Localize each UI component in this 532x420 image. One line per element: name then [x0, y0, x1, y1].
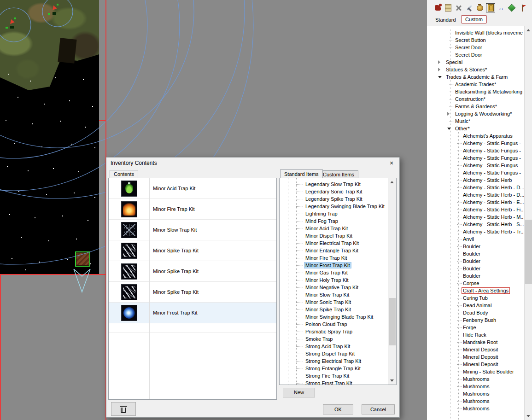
palette-item-row[interactable]: Minor Acid Trap Kit	[280, 225, 388, 232]
palette-tree-item[interactable]: Mandrake Root	[427, 338, 525, 346]
palette-tree-item[interactable]: Alchemy - Static Herb - D...	[427, 184, 525, 191]
palette-tree-item[interactable]: Alchemy - Static Herb	[427, 176, 525, 184]
tab-custom-items[interactable]: Custom Items	[319, 170, 358, 178]
close-button[interactable]: ×	[384, 158, 399, 169]
paint-start-location-button[interactable]	[518, 3, 527, 12]
paint-merchants-button[interactable]	[475, 3, 485, 12]
palette-item-row[interactable]: Minor Sonic Trap Kit	[280, 298, 388, 306]
palette-scrollbar[interactable]	[524, 26, 532, 420]
inventory-row[interactable]: Minor Frost Trap Kit	[109, 303, 276, 323]
palette-tree-item[interactable]: Trades & Academic & Farm	[427, 73, 525, 81]
palette-tree-item[interactable]: Alchemy - Static Fungus -	[427, 140, 525, 147]
palette-tree-item[interactable]: Hide Rack	[427, 331, 525, 338]
palette-item-row[interactable]: Minor Dispel Trap Kit	[280, 232, 388, 239]
delete-button[interactable]	[111, 402, 136, 416]
palette-tree-item[interactable]: Secret Door	[427, 44, 525, 51]
palette-item-row[interactable]: Legendary Swinging Blade Trap Kit	[280, 203, 388, 210]
dialog-titlebar[interactable]: Inventory Contents ×	[106, 158, 399, 169]
palette-item-row[interactable]: Mind Fog Trap	[280, 217, 388, 225]
palette-tree-item[interactable]: Other*	[427, 125, 525, 132]
placed-trap[interactable]	[75, 251, 90, 267]
palette-tree-item[interactable]: Mushrooms	[427, 390, 525, 397]
tab-standard-items[interactable]: Standard Items	[280, 169, 323, 178]
palette-tree-item[interactable]: Mushrooms	[427, 375, 525, 383]
palette-item-row[interactable]: Minor Swinging Blade Trap Kit	[280, 313, 388, 321]
palette-tree-item[interactable]: Mineral Deposit	[427, 346, 525, 353]
palette-item-row[interactable]: Strong Fire Trap Kit	[280, 372, 388, 379]
new-button[interactable]: New	[283, 388, 315, 397]
scrollbar-down-button[interactable]	[388, 377, 396, 385]
palette-tree-item[interactable]: Statues & Stones*	[427, 66, 525, 73]
palette-tree-item[interactable]: Secret Button	[427, 36, 525, 44]
palette-item-row[interactable]: Strong Electrical Trap Kit	[280, 357, 388, 365]
paint-creatures-button[interactable]	[433, 3, 442, 12]
palette-tree-item[interactable]: Mining - Static Boulder	[427, 368, 525, 375]
paint-placeables-button[interactable]	[486, 3, 495, 12]
palette-tree-item[interactable]: Dead Body	[427, 309, 525, 316]
chevron-down-icon[interactable]	[438, 76, 442, 78]
palette-tree-item[interactable]: Fenberry Bush	[427, 316, 525, 324]
palette-tree-item[interactable]: Farms & Gardens*	[427, 103, 525, 110]
palette-tab-custom[interactable]: Custom	[461, 15, 487, 23]
inventory-row[interactable]: Minor Slow Trap Kit	[109, 220, 276, 240]
palette-tree-item[interactable]: Dead Animal	[427, 302, 525, 309]
palette-tree-item[interactable]: Alchemy - Static Fungus -	[427, 169, 525, 176]
tab-contents[interactable]: Contents	[110, 170, 138, 178]
palette-tree-item[interactable]: Construction*	[427, 95, 525, 103]
palette-tree-item[interactable]: Academic Trades*	[427, 81, 525, 88]
inventory-row[interactable]: Minor Acid Trap Kit	[109, 178, 276, 199]
paint-sounds-button[interactable]: ↔	[497, 3, 506, 12]
chevron-right-icon[interactable]	[438, 60, 440, 64]
palette-item-row[interactable]: Strong Entangle Trap Kit	[280, 365, 388, 372]
chevron-right-icon[interactable]	[447, 112, 450, 116]
palette-item-row[interactable]: Lightning Trap	[280, 210, 388, 217]
palette-tree-item[interactable]: Alchemy - Static Herb - M...	[427, 213, 525, 221]
palette-item-row[interactable]: Minor Spike Trap Kit	[280, 306, 388, 313]
palette-tree-item[interactable]: Alchemy - Static Fungus -	[427, 154, 525, 162]
palette-tab-standard[interactable]: Standard	[433, 17, 458, 23]
palette-tree-item[interactable]: Blacksmithing & Metalworking	[427, 88, 525, 95]
item-palette-scrollbar[interactable]	[388, 178, 396, 385]
palette-tree-item[interactable]: Corpse	[427, 280, 525, 287]
palette-item-row[interactable]: Legendary Spike Trap Kit	[280, 195, 388, 203]
chevron-right-icon[interactable]	[438, 68, 440, 71]
palette-tree-item[interactable]: Alchemy - Static Herb - S...	[427, 221, 525, 228]
palette-tree-item[interactable]: Mineral Deposit	[427, 353, 525, 361]
palette-tree-item[interactable]: Mineral Deposit	[427, 361, 525, 368]
palette-item-row[interactable]: Strong Frost Trap Kit	[280, 379, 388, 385]
inventory-row[interactable]: Minor Fire Trap Kit	[109, 199, 276, 220]
palette-tree-item[interactable]: Invisible Wall (blocks moveme	[427, 29, 525, 36]
palette-item-row[interactable]: Strong Acid Trap Kit	[280, 343, 388, 350]
palette-tree-item[interactable]: Curing Tub	[427, 294, 525, 302]
palette-item-row[interactable]: Strong Dispel Trap Kit	[280, 350, 388, 357]
palette-tree-item[interactable]: Alchemy - Static Fungus -	[427, 147, 525, 154]
palette-tree-item[interactable]: Mushrooms	[427, 405, 525, 412]
palette-tree-item[interactable]: Alchemist's Apparatus	[427, 132, 525, 140]
palette-item-row[interactable]: Poison Cloud Trap	[280, 321, 388, 328]
palette-tree-item[interactable]: Alchemy - Static Herb - D...	[427, 191, 525, 198]
creature-marker[interactable]	[6, 17, 18, 29]
palette-item-row[interactable]: Prismatic Spray Trap	[280, 328, 388, 335]
scrollbar-up-button[interactable]	[525, 26, 532, 34]
palette-tree-item[interactable]: Forge	[427, 324, 525, 331]
palette-item-row[interactable]: Minor Negative Trap Kit	[280, 284, 388, 291]
palette-item-row[interactable]: Smoke Trap	[280, 335, 388, 343]
palette-item-row[interactable]: Minor Slow Trap Kit	[280, 291, 388, 298]
palette-tree-item[interactable]: Boulder	[427, 272, 525, 280]
cancel-button[interactable]: Cancel	[362, 404, 395, 414]
palette-item-row[interactable]: Minor Entangle Trap Kit	[280, 247, 388, 254]
paint-items-button[interactable]	[444, 3, 453, 12]
palette-item-row[interactable]: Minor Gas Trap Kit	[280, 269, 388, 276]
ok-button[interactable]: OK	[323, 404, 353, 414]
palette-tree-item[interactable]: Secret Door	[427, 51, 525, 58]
palette-item-row[interactable]: Minor Electrical Trap Kit	[280, 239, 388, 247]
inventory-row[interactable]: Minor Spike Trap Kit	[109, 282, 276, 303]
paint-triggers-button[interactable]	[454, 3, 463, 12]
scrollbar-up-button[interactable]	[388, 178, 396, 186]
palette-item-row[interactable]: Legendary Slow Trap Kit	[280, 181, 388, 188]
inventory-row[interactable]: Minor Spike Trap Kit	[109, 240, 276, 261]
palette-tree-item[interactable]: Anvil	[427, 235, 525, 243]
palette-item-row[interactable]: Minor Fire Trap Kit	[280, 254, 388, 262]
chevron-down-icon[interactable]	[447, 128, 451, 130]
palette-tree-item[interactable]: Alchemy - Static Herb - Tr...	[427, 228, 525, 235]
